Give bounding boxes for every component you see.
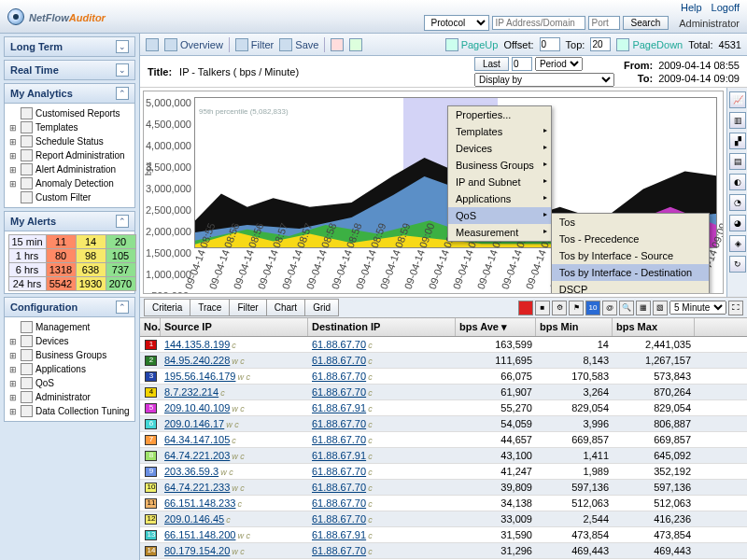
help-link[interactable]: Help	[681, 2, 702, 13]
dest-ip-link[interactable]: 61.88.67.70	[312, 482, 366, 493]
stop-icon[interactable]: ■	[535, 301, 550, 315]
ip-input[interactable]	[492, 16, 585, 30]
config-item[interactable]: ⊞Business Groups	[8, 348, 131, 362]
analytics-item[interactable]: ⊞Anomaly Detection	[8, 176, 131, 190]
alert-cell[interactable]: 80	[46, 248, 77, 263]
source-ip-link[interactable]: 195.56.146.179	[164, 371, 235, 382]
tab-criteria[interactable]: Criteria	[144, 299, 190, 316]
top-input[interactable]	[590, 37, 611, 51]
table-row[interactable]: 1480.179.154.20w c61.88.67.70c31,296469,…	[140, 543, 747, 559]
table-row[interactable]: 1144.135.8.199c61.88.67.70c163,599142,44…	[140, 337, 747, 353]
tab-chart[interactable]: Chart	[266, 299, 305, 316]
analytics-item[interactable]: ⊞Schedule Status	[8, 134, 131, 148]
alert-cell[interactable]: 98	[76, 248, 106, 263]
table-row[interactable]: 1366.151.148.200w c61.88.67.91c31,590473…	[140, 527, 747, 543]
table-row[interactable]: 9203.36.59.3w c61.88.67.70c41,2471,98935…	[140, 464, 747, 480]
tab-grid[interactable]: Grid	[304, 299, 339, 316]
source-ip-link[interactable]: 64.74.221.203	[164, 450, 230, 461]
last-input[interactable]	[512, 57, 532, 71]
dest-ip-link[interactable]: 61.88.67.91	[312, 450, 366, 461]
config-item[interactable]: ⊞Devices	[8, 334, 131, 348]
menu-item[interactable]: Properties...	[448, 106, 551, 123]
alert-period[interactable]: 15 min	[8, 234, 47, 249]
submenu-item[interactable]: Tos	[552, 214, 709, 231]
pagedown-button[interactable]: PageDown	[616, 38, 683, 51]
config-item[interactable]: ⊞Applications	[8, 362, 131, 376]
alert-cell[interactable]: 2070	[106, 276, 136, 291]
config-item[interactable]: ⊞Administrator	[8, 390, 131, 404]
overview-button[interactable]: Overview	[164, 38, 223, 51]
dest-ip-link[interactable]: 61.88.67.70	[312, 434, 366, 445]
dest-ip-link[interactable]: 61.88.67.70	[312, 513, 366, 525]
panel-config[interactable]: Configuration⌃	[4, 297, 135, 317]
source-ip-link[interactable]: 8.7.232.214	[164, 386, 218, 398]
dest-ip-link[interactable]: 61.88.67.91	[312, 402, 366, 413]
analytics-item[interactable]: ⊞Report Administration	[8, 148, 131, 162]
source-ip-link[interactable]: 209.0.146.17	[164, 418, 224, 429]
alert-period[interactable]: 1 hrs	[8, 248, 47, 263]
source-ip-link[interactable]: 84.95.240.228	[164, 355, 230, 366]
table-row[interactable]: 764.34.147.105c61.88.67.70c44,657669,857…	[140, 432, 747, 448]
chart-donut-icon[interactable]: ◕	[729, 215, 746, 231]
source-ip-link[interactable]: 209.10.40.109	[164, 402, 230, 413]
period-select[interactable]: Period	[535, 57, 583, 71]
port-input[interactable]	[588, 16, 620, 30]
source-ip-link[interactable]: 209.0.146.45	[164, 513, 224, 525]
badge-icon[interactable]: 10	[585, 301, 600, 315]
table-row[interactable]: 864.74.221.203w c61.88.67.91c43,1001,411…	[140, 448, 747, 464]
config-item[interactable]: ⊞Data Collection Tuning	[8, 404, 131, 418]
table-row[interactable]: 3195.56.146.179w c61.88.67.70c66,075170,…	[140, 369, 747, 385]
excel-icon[interactable]	[349, 38, 362, 51]
alert-cell[interactable]: 638	[76, 262, 106, 277]
panel-alerts[interactable]: My Alerts⌃	[4, 211, 135, 231]
alert-cell[interactable]: 14	[76, 234, 106, 249]
menu-item[interactable]: Devices▸	[448, 140, 551, 157]
config-item[interactable]: Management	[8, 320, 131, 334]
col-header[interactable]: Source IP	[161, 318, 308, 336]
chart-line-icon[interactable]: 📈	[729, 91, 746, 108]
alert-cell[interactable]: 1930	[76, 276, 106, 291]
flag-icon[interactable]: ⚑	[569, 301, 584, 315]
pageup-button[interactable]: PageUp	[445, 38, 499, 51]
panel-long-term[interactable]: Long Term⌄	[4, 36, 135, 57]
table-row[interactable]: 12209.0.146.45c61.88.67.70c33,0092,54441…	[140, 511, 747, 527]
source-ip-link[interactable]: 80.179.154.20	[164, 545, 230, 556]
table-row[interactable]: 6209.0.146.17w c61.88.67.70c54,0593,9968…	[140, 416, 747, 432]
submenu-item[interactable]: DSCP	[552, 281, 709, 294]
panel-analytics[interactable]: My Analytics⌃	[4, 83, 135, 104]
config-item[interactable]: ⊞QoS	[8, 376, 131, 390]
filter-button[interactable]: Filter	[235, 38, 274, 51]
search-button[interactable]: Search	[623, 16, 669, 30]
chart-pie-icon[interactable]: ◐	[729, 174, 746, 190]
alert-period[interactable]: 24 hrs	[8, 276, 47, 291]
chart-gauge-icon[interactable]: ◔	[729, 194, 746, 211]
analytics-item[interactable]: ⊞Templates	[8, 120, 131, 134]
submenu-item[interactable]: Tos - Precedence	[552, 231, 709, 247]
menu-item[interactable]: IP and Subnet▸	[448, 174, 551, 190]
analytics-item[interactable]: ⊞Alert Administration	[8, 162, 131, 176]
zoom-icon[interactable]: 🔍	[619, 301, 634, 315]
source-ip-link[interactable]: 66.151.148.233	[164, 497, 235, 509]
chart[interactable]: bps 5,000,0004,500,0004,000,0003,500,000…	[143, 91, 724, 294]
menu-item[interactable]: QoS▸	[448, 207, 551, 224]
table-row[interactable]: 284.95.240.228w c61.88.67.70c111,6958,14…	[140, 353, 747, 369]
col-header[interactable]: No.	[140, 318, 161, 336]
tool-icon[interactable]: ⚙	[552, 301, 567, 315]
col-header[interactable]: bps Ave ▾	[456, 318, 536, 336]
table-row[interactable]: 48.7.232.214c61.88.67.70c61,9073,264870,…	[140, 385, 747, 400]
submenu-item[interactable]: Tos by Interface - Source	[552, 247, 709, 264]
panel-real-time[interactable]: Real Time⌄	[4, 60, 135, 80]
chart-bar-icon[interactable]: ▥	[729, 112, 746, 129]
alert-cell[interactable]: 5542	[46, 276, 77, 291]
chart-refresh-icon[interactable]: ↻	[729, 256, 746, 273]
dest-ip-link[interactable]: 61.88.67.70	[312, 339, 366, 350]
alert-cell[interactable]: 11	[46, 234, 77, 249]
menu-item[interactable]: Business Groups▸	[448, 157, 551, 174]
alert-cell[interactable]: 737	[106, 262, 136, 277]
submenu-item[interactable]: Tos by Interface - Destination	[552, 264, 709, 281]
protocol-select[interactable]: Protocol	[424, 15, 489, 31]
source-ip-link[interactable]: 144.135.8.199	[164, 339, 230, 350]
dest-ip-link[interactable]: 61.88.67.70	[312, 466, 366, 477]
source-ip-link[interactable]: 203.36.59.3	[164, 466, 218, 477]
last-button[interactable]: Last	[474, 57, 509, 71]
